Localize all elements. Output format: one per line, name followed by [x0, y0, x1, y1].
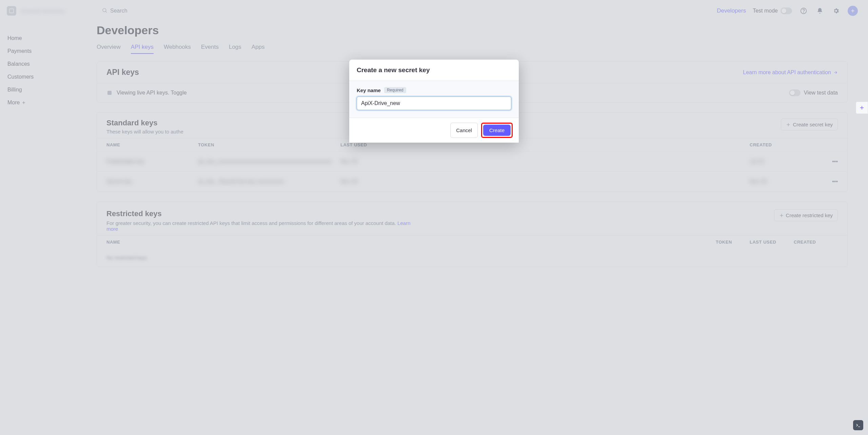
create-button-highlight: Create: [481, 123, 513, 138]
key-name-label-text: Key name: [357, 87, 381, 93]
create-button[interactable]: Create: [483, 125, 511, 136]
create-secret-key-modal: Create a new secret key Key name Require…: [349, 60, 519, 143]
modal-title: Create a new secret key: [349, 60, 519, 81]
key-name-input[interactable]: [357, 97, 511, 110]
modal-body: Key name Required: [349, 81, 519, 118]
console-button[interactable]: [853, 420, 863, 430]
key-name-label: Key name Required: [357, 87, 511, 93]
required-tag: Required: [384, 87, 406, 93]
cancel-button[interactable]: Cancel: [450, 123, 478, 138]
modal-footer: Cancel Create: [349, 118, 519, 143]
floating-add-button[interactable]: [856, 102, 868, 114]
